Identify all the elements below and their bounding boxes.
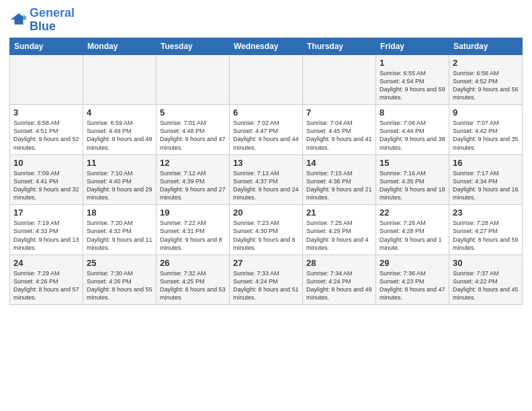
day-info: Sunrise: 7:20 AM Sunset: 4:32 PM Dayligh… bbox=[87, 219, 152, 252]
day-info: Sunrise: 7:02 AM Sunset: 4:47 PM Dayligh… bbox=[233, 119, 299, 152]
day-number: 13 bbox=[233, 158, 299, 168]
weekday-header-monday: Monday bbox=[83, 38, 157, 54]
weekday-header-tuesday: Tuesday bbox=[157, 38, 230, 54]
logo-text: General Blue bbox=[30, 7, 75, 34]
day-number: 5 bbox=[160, 107, 226, 118]
day-info: Sunrise: 7:13 AM Sunset: 4:37 PM Dayligh… bbox=[233, 169, 299, 202]
calendar-cell: 23Sunrise: 7:28 AM Sunset: 4:27 PM Dayli… bbox=[449, 205, 523, 255]
calendar-cell: 18Sunrise: 7:20 AM Sunset: 4:32 PM Dayli… bbox=[83, 205, 157, 255]
day-info: Sunrise: 7:09 AM Sunset: 4:41 PM Dayligh… bbox=[13, 169, 79, 202]
page-container: General Blue SundayMondayTuesdayWednesda… bbox=[0, 0, 532, 312]
day-number: 9 bbox=[453, 107, 519, 118]
day-info: Sunrise: 7:04 AM Sunset: 4:45 PM Dayligh… bbox=[306, 119, 372, 152]
day-info: Sunrise: 7:16 AM Sunset: 4:35 PM Dayligh… bbox=[380, 169, 445, 202]
day-number: 1 bbox=[380, 58, 445, 68]
day-info: Sunrise: 7:01 AM Sunset: 4:48 PM Dayligh… bbox=[160, 119, 226, 152]
logo-icon bbox=[9, 11, 28, 30]
day-info: Sunrise: 7:17 AM Sunset: 4:34 PM Dayligh… bbox=[453, 169, 519, 202]
calendar-cell: 21Sunrise: 7:25 AM Sunset: 4:29 PM Dayli… bbox=[303, 205, 376, 255]
day-info: Sunrise: 7:32 AM Sunset: 4:25 PM Dayligh… bbox=[160, 269, 226, 302]
day-number: 28 bbox=[306, 258, 372, 268]
day-info: Sunrise: 7:34 AM Sunset: 4:24 PM Dayligh… bbox=[306, 269, 372, 302]
day-info: Sunrise: 7:23 AM Sunset: 4:30 PM Dayligh… bbox=[233, 219, 299, 252]
day-number: 6 bbox=[233, 107, 299, 118]
calendar-cell: 8Sunrise: 7:06 AM Sunset: 4:44 PM Daylig… bbox=[376, 105, 449, 155]
calendar-cell: 24Sunrise: 7:29 AM Sunset: 4:26 PM Dayli… bbox=[10, 255, 83, 305]
calendar-cell: 3Sunrise: 6:58 AM Sunset: 4:51 PM Daylig… bbox=[10, 105, 83, 155]
calendar-cell bbox=[157, 54, 230, 105]
day-info: Sunrise: 6:55 AM Sunset: 4:54 PM Dayligh… bbox=[380, 69, 445, 102]
day-info: Sunrise: 6:58 AM Sunset: 4:51 PM Dayligh… bbox=[13, 119, 79, 152]
calendar-cell bbox=[303, 54, 376, 105]
day-number: 14 bbox=[306, 158, 372, 168]
calendar-cell: 25Sunrise: 7:30 AM Sunset: 4:26 PM Dayli… bbox=[83, 255, 157, 305]
day-info: Sunrise: 7:37 AM Sunset: 4:22 PM Dayligh… bbox=[453, 269, 519, 302]
day-info: Sunrise: 7:28 AM Sunset: 4:27 PM Dayligh… bbox=[453, 219, 519, 252]
week-row-2: 3Sunrise: 6:58 AM Sunset: 4:51 PM Daylig… bbox=[10, 105, 523, 155]
calendar-cell: 7Sunrise: 7:04 AM Sunset: 4:45 PM Daylig… bbox=[303, 105, 376, 155]
day-number: 23 bbox=[453, 208, 519, 218]
day-info: Sunrise: 7:06 AM Sunset: 4:44 PM Dayligh… bbox=[380, 119, 445, 152]
day-number: 7 bbox=[306, 107, 372, 118]
day-info: Sunrise: 6:59 AM Sunset: 4:49 PM Dayligh… bbox=[87, 119, 152, 152]
calendar-cell: 5Sunrise: 7:01 AM Sunset: 4:48 PM Daylig… bbox=[157, 105, 230, 155]
week-row-1: 1Sunrise: 6:55 AM Sunset: 4:54 PM Daylig… bbox=[10, 54, 523, 105]
day-number: 10 bbox=[13, 158, 79, 168]
calendar-cell: 10Sunrise: 7:09 AM Sunset: 4:41 PM Dayli… bbox=[10, 154, 83, 205]
calendar-cell: 20Sunrise: 7:23 AM Sunset: 4:30 PM Dayli… bbox=[230, 205, 303, 255]
day-info: Sunrise: 7:22 AM Sunset: 4:31 PM Dayligh… bbox=[160, 219, 226, 252]
weekday-header-wednesday: Wednesday bbox=[230, 38, 303, 54]
calendar-cell: 2Sunrise: 6:56 AM Sunset: 4:52 PM Daylig… bbox=[449, 54, 523, 105]
day-number: 22 bbox=[380, 208, 445, 218]
day-info: Sunrise: 7:19 AM Sunset: 4:33 PM Dayligh… bbox=[13, 219, 79, 252]
day-info: Sunrise: 7:30 AM Sunset: 4:26 PM Dayligh… bbox=[87, 269, 152, 302]
day-number: 27 bbox=[233, 258, 299, 268]
day-number: 18 bbox=[87, 208, 152, 218]
day-number: 19 bbox=[160, 208, 226, 218]
calendar-cell: 15Sunrise: 7:16 AM Sunset: 4:35 PM Dayli… bbox=[376, 154, 449, 205]
calendar-cell: 6Sunrise: 7:02 AM Sunset: 4:47 PM Daylig… bbox=[230, 105, 303, 155]
day-number: 26 bbox=[160, 258, 226, 268]
calendar-cell: 16Sunrise: 7:17 AM Sunset: 4:34 PM Dayli… bbox=[449, 154, 523, 205]
day-number: 11 bbox=[87, 158, 152, 168]
calendar-cell: 19Sunrise: 7:22 AM Sunset: 4:31 PM Dayli… bbox=[157, 205, 230, 255]
week-row-5: 24Sunrise: 7:29 AM Sunset: 4:26 PM Dayli… bbox=[10, 255, 523, 305]
day-number: 15 bbox=[380, 158, 445, 168]
day-number: 3 bbox=[13, 107, 79, 118]
calendar-cell: 17Sunrise: 7:19 AM Sunset: 4:33 PM Dayli… bbox=[10, 205, 83, 255]
week-row-4: 17Sunrise: 7:19 AM Sunset: 4:33 PM Dayli… bbox=[10, 205, 523, 255]
day-number: 25 bbox=[87, 258, 152, 268]
day-info: Sunrise: 7:15 AM Sunset: 4:36 PM Dayligh… bbox=[306, 169, 372, 202]
weekday-header-friday: Friday bbox=[376, 38, 449, 54]
day-number: 4 bbox=[87, 107, 152, 118]
day-number: 24 bbox=[13, 258, 79, 268]
day-number: 20 bbox=[233, 208, 299, 218]
calendar-cell: 1Sunrise: 6:55 AM Sunset: 4:54 PM Daylig… bbox=[376, 54, 449, 105]
logo: General Blue bbox=[9, 7, 75, 34]
day-info: Sunrise: 7:33 AM Sunset: 4:24 PM Dayligh… bbox=[233, 269, 299, 302]
day-info: Sunrise: 7:12 AM Sunset: 4:39 PM Dayligh… bbox=[160, 169, 226, 202]
day-info: Sunrise: 7:10 AM Sunset: 4:40 PM Dayligh… bbox=[87, 169, 152, 202]
day-number: 21 bbox=[306, 208, 372, 218]
day-number: 2 bbox=[453, 58, 519, 68]
day-number: 16 bbox=[453, 158, 519, 168]
weekday-header-saturday: Saturday bbox=[449, 38, 523, 54]
day-number: 12 bbox=[160, 158, 226, 168]
calendar-cell: 12Sunrise: 7:12 AM Sunset: 4:39 PM Dayli… bbox=[157, 154, 230, 205]
week-row-3: 10Sunrise: 7:09 AM Sunset: 4:41 PM Dayli… bbox=[10, 154, 523, 205]
day-number: 17 bbox=[13, 208, 79, 218]
calendar-cell: 26Sunrise: 7:32 AM Sunset: 4:25 PM Dayli… bbox=[157, 255, 230, 305]
day-number: 8 bbox=[380, 107, 445, 118]
calendar-cell: 22Sunrise: 7:26 AM Sunset: 4:28 PM Dayli… bbox=[376, 205, 449, 255]
day-number: 30 bbox=[453, 258, 519, 268]
calendar-cell bbox=[230, 54, 303, 105]
calendar-cell: 30Sunrise: 7:37 AM Sunset: 4:22 PM Dayli… bbox=[449, 255, 523, 305]
calendar-cell: 13Sunrise: 7:13 AM Sunset: 4:37 PM Dayli… bbox=[230, 154, 303, 205]
day-info: Sunrise: 7:36 AM Sunset: 4:23 PM Dayligh… bbox=[380, 269, 445, 302]
calendar-cell: 28Sunrise: 7:34 AM Sunset: 4:24 PM Dayli… bbox=[303, 255, 376, 305]
day-number: 29 bbox=[380, 258, 445, 268]
calendar-cell bbox=[10, 54, 83, 105]
calendar-cell: 29Sunrise: 7:36 AM Sunset: 4:23 PM Dayli… bbox=[376, 255, 449, 305]
day-info: Sunrise: 7:29 AM Sunset: 4:26 PM Dayligh… bbox=[13, 269, 79, 302]
day-info: Sunrise: 7:26 AM Sunset: 4:28 PM Dayligh… bbox=[380, 219, 445, 252]
